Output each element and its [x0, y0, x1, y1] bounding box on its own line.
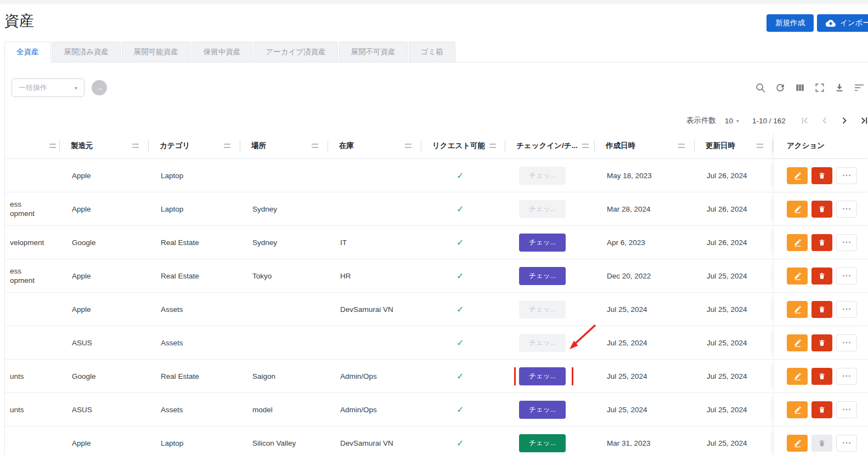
filter-icon[interactable]	[854, 82, 865, 93]
checkin-button[interactable]: チェッ...	[519, 334, 566, 352]
chevron-down-icon: ▾	[75, 85, 77, 91]
checkin-button[interactable]: チェッ...	[519, 401, 566, 419]
column-header-checkin: チェックイン/チ...	[505, 133, 595, 158]
first-page-icon[interactable]	[798, 113, 813, 128]
more-button[interactable]	[836, 268, 857, 285]
tab-archived-assets[interactable]: アーカイブ済資産	[253, 42, 337, 62]
ellipsis-icon	[842, 341, 851, 344]
checkin-cell: チェッ...	[505, 300, 595, 318]
bulk-action-go-button[interactable]: →	[92, 80, 107, 95]
more-button[interactable]	[836, 368, 857, 385]
more-button[interactable]	[836, 201, 857, 218]
tab-deployable-assets[interactable]: 展開可能資産	[122, 42, 190, 62]
category-cell: Real Estate	[149, 238, 240, 247]
tab-trash[interactable]: ゴミ箱	[409, 42, 455, 62]
columns-icon[interactable]	[794, 82, 805, 93]
manufacturer-cell: Apple	[60, 172, 149, 180]
checkin-button[interactable]: チェッ...	[519, 434, 566, 452]
more-button[interactable]	[836, 435, 857, 452]
asset-name-fragment: unts	[5, 372, 60, 381]
trash-icon	[818, 406, 826, 414]
edit-button[interactable]	[787, 368, 808, 385]
column-menu-icon[interactable]	[405, 144, 412, 148]
checkin-wrap: チェッ...	[519, 367, 566, 385]
delete-button[interactable]	[811, 334, 832, 351]
tab-all-assets[interactable]: 全資産	[4, 42, 51, 62]
last-page-icon[interactable]	[857, 113, 868, 128]
arrow-right-icon: →	[95, 83, 103, 92]
trash-icon	[818, 339, 826, 347]
fullscreen-icon[interactable]	[814, 82, 825, 93]
manufacturer-cell: Apple	[60, 272, 149, 280]
pencil-icon	[793, 406, 802, 414]
ellipsis-icon	[842, 308, 851, 311]
edit-button[interactable]	[787, 234, 808, 251]
edit-button[interactable]	[787, 167, 808, 184]
column-menu-icon[interactable]	[678, 144, 685, 148]
tab-pending-assets[interactable]: 保留中資産	[191, 42, 253, 62]
column-menu-icon[interactable]	[224, 144, 230, 148]
column-menu-icon[interactable]	[49, 144, 56, 148]
more-button[interactable]	[836, 301, 857, 318]
prev-page-icon[interactable]	[818, 113, 832, 128]
check-icon: ✓	[456, 439, 464, 448]
edit-button[interactable]	[787, 268, 808, 285]
trash-icon	[818, 372, 826, 380]
updated-cell: Jul 26, 2024	[695, 238, 773, 247]
column-menu-icon[interactable]	[489, 144, 496, 148]
checkin-button[interactable]: チェッ...	[519, 267, 566, 285]
delete-button[interactable]	[811, 201, 832, 218]
checkin-button[interactable]: チェッ...	[519, 167, 566, 185]
ellipsis-icon	[842, 241, 851, 244]
import-button[interactable]: インポー	[817, 14, 868, 32]
more-button[interactable]	[836, 167, 857, 184]
create-button[interactable]: 新規作成	[766, 14, 814, 32]
refresh-icon[interactable]	[775, 82, 786, 93]
edit-button[interactable]	[787, 201, 808, 218]
column-header-category: カテゴリ	[149, 133, 240, 158]
edit-button[interactable]	[787, 301, 808, 318]
requestable-cell: ✓	[421, 304, 505, 315]
delete-button[interactable]	[811, 401, 832, 418]
checkin-button[interactable]: チェッ...	[519, 367, 566, 385]
edit-button[interactable]	[787, 401, 808, 418]
next-page-icon[interactable]	[837, 113, 852, 128]
download-icon[interactable]	[834, 82, 845, 93]
updated-cell: Jul 25, 2024	[695, 372, 773, 380]
column-menu-icon[interactable]	[757, 144, 763, 148]
requestable-cell: ✓	[421, 237, 505, 248]
column-menu-icon[interactable]	[132, 144, 139, 148]
checkin-button[interactable]: チェッ...	[519, 234, 566, 252]
checkin-button[interactable]: チェッ...	[519, 300, 566, 318]
table-row: essopment Apple Real Estate Tokyo HR ✓ チ…	[5, 259, 868, 293]
ellipsis-icon	[842, 174, 851, 177]
bulk-action-select[interactable]: 一括操作 ▾	[12, 78, 84, 97]
delete-button[interactable]	[811, 368, 832, 385]
search-icon[interactable]	[755, 82, 766, 93]
column-menu-icon[interactable]	[312, 144, 318, 148]
more-button[interactable]	[836, 401, 857, 418]
manufacturer-cell: Apple	[60, 305, 149, 314]
delete-button[interactable]	[811, 301, 832, 318]
delete-button[interactable]	[811, 435, 832, 452]
manufacturer-cell: ASUS	[60, 406, 149, 414]
created-cell: Jul 25, 2024	[595, 305, 695, 314]
delete-button[interactable]	[811, 268, 832, 285]
created-cell: Jul 25, 2024	[595, 372, 695, 380]
tab-deployed-assets[interactable]: 展開済み資産	[52, 42, 121, 62]
edit-button[interactable]	[787, 435, 808, 452]
tab-undeployable-assets[interactable]: 展開不可資産	[339, 42, 408, 62]
manufacturer-cell: ASUS	[60, 339, 149, 347]
column-header-updated: 更新日時	[695, 133, 773, 158]
delete-button[interactable]	[811, 234, 832, 251]
page-size-select[interactable]: 10 ▾	[725, 117, 739, 125]
checkin-button[interactable]: チェッ...	[519, 200, 566, 218]
edit-button[interactable]	[787, 334, 808, 351]
more-button[interactable]	[836, 234, 857, 251]
delete-button[interactable]	[811, 167, 832, 184]
more-button[interactable]	[836, 334, 857, 351]
trash-icon	[818, 172, 826, 180]
category-cell: Laptop	[149, 172, 240, 180]
column-menu-icon[interactable]	[582, 144, 589, 148]
checkin-wrap: チェッ...	[519, 200, 566, 218]
